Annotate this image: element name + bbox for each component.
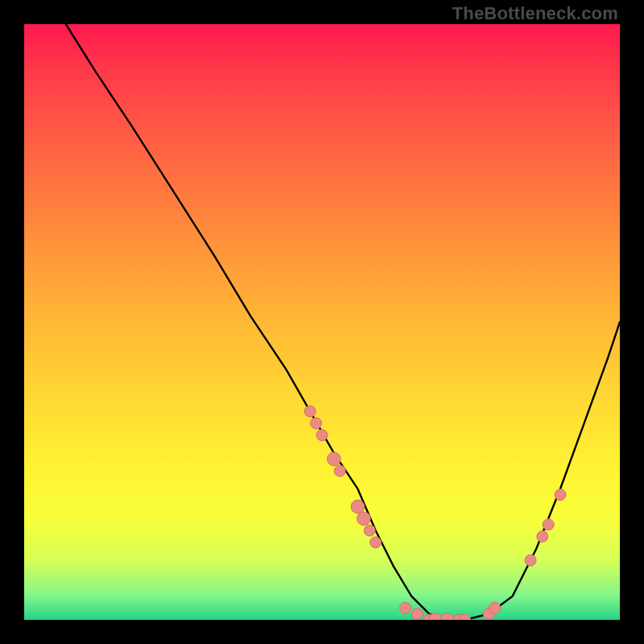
data-point bbox=[334, 465, 345, 477]
watermark-text: TheBottleneck.com bbox=[452, 3, 618, 24]
data-point bbox=[489, 602, 501, 613]
plot-area bbox=[24, 24, 620, 620]
data-point bbox=[525, 555, 536, 566]
data-point bbox=[316, 430, 328, 441]
data-point bbox=[537, 530, 548, 542]
data-point bbox=[411, 609, 423, 620]
frame-bottom bbox=[0, 620, 644, 644]
frame-right bbox=[620, 0, 644, 644]
data-point bbox=[555, 489, 566, 501]
data-point bbox=[370, 537, 382, 548]
bottleneck-curve bbox=[66, 24, 620, 620]
data-markers bbox=[304, 406, 566, 626]
data-point bbox=[327, 452, 341, 466]
data-point bbox=[357, 512, 370, 526]
data-point bbox=[543, 519, 554, 530]
chart-overlay bbox=[24, 24, 620, 620]
frame-left bbox=[0, 0, 24, 644]
data-point bbox=[311, 418, 322, 429]
data-point bbox=[304, 406, 316, 417]
data-point bbox=[400, 602, 411, 613]
data-point bbox=[364, 525, 375, 536]
data-point bbox=[351, 500, 365, 514]
